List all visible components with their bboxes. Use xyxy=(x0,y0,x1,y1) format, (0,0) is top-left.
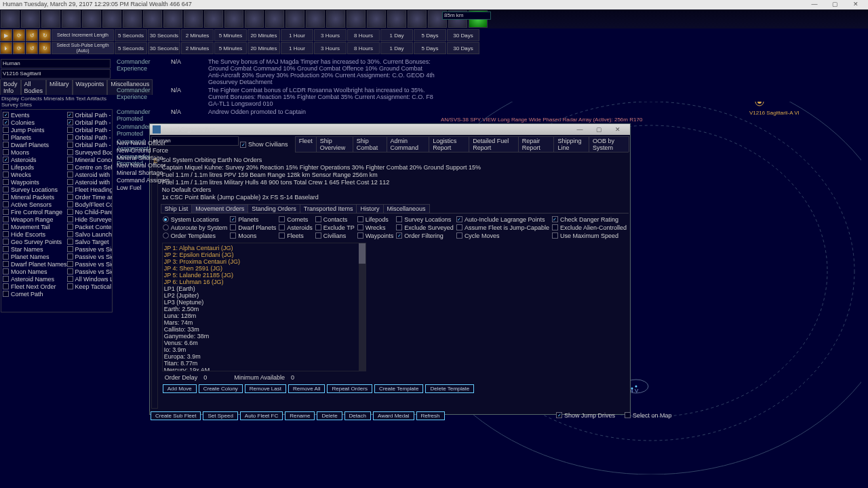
filter-check[interactable]: ✓Check Danger Rating xyxy=(552,216,627,223)
filter-check[interactable]: All Windows Linked to Race xyxy=(67,275,113,283)
win-close-icon[interactable]: ✕ xyxy=(608,126,627,133)
time-control-icon[interactable]: ↺ xyxy=(26,42,38,54)
fleet-tab[interactable]: Repair Report xyxy=(518,136,555,152)
filter-check[interactable]: Waypoints xyxy=(357,232,394,239)
toolbar-icon[interactable] xyxy=(82,10,101,28)
left-tab[interactable]: All Bodies xyxy=(21,79,47,95)
filter-check[interactable]: Orbital Path - Dwarf xyxy=(67,126,113,134)
location-radio[interactable]: System Locations xyxy=(163,216,228,223)
fleet-tab[interactable]: Logistics Report xyxy=(429,136,469,152)
maximize-icon[interactable]: ▢ xyxy=(825,1,844,7)
filter-check[interactable]: Asteroids xyxy=(279,224,313,231)
fleet-tab[interactable]: Shipping Line xyxy=(553,136,589,152)
toolbar-icon[interactable] xyxy=(62,10,81,28)
filter-check[interactable]: Fire Control Range xyxy=(3,208,67,216)
tree-node[interactable]: ▪ DIP UNSC Margaret Thatcher (JM) xyxy=(153,340,158,347)
filter-check[interactable]: Asteroid with Minerals Only xyxy=(67,178,113,186)
fleet-subtab[interactable]: Standing Orders xyxy=(248,204,300,213)
time-control-icon[interactable]: ⟳ xyxy=(13,29,25,41)
time-cell[interactable]: 20 Minutes xyxy=(248,42,280,54)
tree-node[interactable]: ⊟ NAV 1 Special Mission Force (RADL) - E… xyxy=(153,300,158,306)
toolbar-icon[interactable] xyxy=(285,10,304,28)
filter-check[interactable]: Orbital Path - Asteroids xyxy=(67,141,113,148)
time-control-icon[interactable]: ▶ xyxy=(0,29,12,41)
order-button[interactable]: Remove All xyxy=(288,384,325,393)
time-cell[interactable]: 5 Minutes xyxy=(214,29,247,41)
filter-check[interactable]: Geo Survey Points xyxy=(3,238,67,245)
filter-check[interactable]: Packet Content xyxy=(67,223,113,230)
toolbar-icon[interactable] xyxy=(224,10,243,28)
tree-node[interactable]: ▪ ONI Operation "Grey Veil" (JM) xyxy=(153,306,158,313)
filter-check[interactable]: Keep Tactical in Background xyxy=(67,283,113,290)
time-cell[interactable]: 3 Hours xyxy=(314,42,347,54)
filter-check[interactable]: Salvo Launch Platform xyxy=(67,230,113,238)
fleet-tab[interactable]: Admin Command xyxy=(387,136,430,152)
fleet-subtab[interactable]: Ship List xyxy=(161,204,193,213)
order-button[interactable]: Add Move xyxy=(163,384,197,393)
time-control-icon[interactable]: ↺ xyxy=(26,29,38,41)
time-control-icon[interactable]: ⏵ xyxy=(0,42,12,54)
toolbar-icon[interactable] xyxy=(265,10,284,28)
time-cell[interactable]: 5 Days xyxy=(414,42,446,54)
filter-check[interactable]: Asteroid Names xyxy=(3,275,67,283)
filter-check[interactable]: Hide Escorts xyxy=(3,230,67,238)
time-cell[interactable]: 30 Days xyxy=(447,29,479,41)
filter-check[interactable]: Passive vs Signature 10 xyxy=(67,245,113,253)
win-min-icon[interactable]: — xyxy=(570,126,589,133)
filter-check[interactable]: Passive vs Signature 10,000 xyxy=(67,268,113,275)
filter-check[interactable]: Exclude Alien-Controlled xyxy=(552,224,627,231)
race-combo[interactable]: Human xyxy=(1,59,111,68)
filter-check[interactable]: Exclude TP xyxy=(315,224,355,231)
fleet-tree[interactable]: ⊟ GEN UNSC Fleet Command HQ (FADM) - Ear… xyxy=(151,155,158,409)
win-max-icon[interactable]: ▢ xyxy=(589,126,608,133)
fleet-subtab[interactable]: Miscellaneous xyxy=(383,204,430,213)
fleet-foot-button[interactable]: Rename xyxy=(285,411,315,420)
tree-node[interactable]: ⊟ PTL 0 Patrol Forces - Inner Colonies (… xyxy=(153,198,158,205)
time-cell[interactable]: 8 Hours xyxy=(347,29,380,41)
time-cell[interactable]: 1 Day xyxy=(380,29,413,41)
filter-check[interactable]: Dwarf Planet Names xyxy=(3,260,67,268)
scrollbar[interactable] xyxy=(359,243,366,371)
order-button[interactable]: Remove Last xyxy=(245,384,286,393)
tree-node[interactable]: ⊟ IND 2 Naval Corps of Engineers (RADL) … xyxy=(153,394,158,401)
fleet-foot-button[interactable]: Set Speed xyxy=(203,411,237,420)
toolbar-icon[interactable] xyxy=(21,10,40,28)
time-cell[interactable]: 30 Seconds xyxy=(148,42,180,54)
tree-node[interactable]: ▪ Task Force Cans Major xyxy=(153,205,158,211)
filter-check[interactable]: Wrecks xyxy=(357,224,394,231)
fleet-subtab[interactable]: Movement Orders xyxy=(191,204,248,213)
filter-check[interactable]: Lifepods xyxy=(3,163,67,171)
fleet-foot-button[interactable]: Detach xyxy=(344,411,371,420)
tree-node[interactable]: ▪ Task Force Canberra xyxy=(153,279,158,286)
filter-check[interactable]: Dwarf Planets xyxy=(230,224,276,231)
fleet-tab[interactable]: Ship Overview xyxy=(316,136,353,152)
filter-check[interactable]: Body/Fleet Coordinates xyxy=(67,201,113,208)
toolbar-icon[interactable] xyxy=(245,10,264,28)
filter-check[interactable]: Mineral Packets xyxy=(3,193,67,201)
tree-node[interactable]: ▪ DIP UNSC Neville Chamberlain (JM) xyxy=(153,347,158,354)
fleet-tab[interactable]: Detailed Fuel Report xyxy=(469,136,518,152)
filter-check[interactable]: Waypoints xyxy=(3,178,67,186)
window-header[interactable]: Naval Organization — ▢ ✕ xyxy=(150,124,630,135)
filter-check[interactable]: Cycle Moves xyxy=(456,232,549,239)
fleet-foot-button[interactable]: Delete xyxy=(317,411,342,420)
time-cell[interactable]: 30 Days xyxy=(447,42,479,54)
filter-check[interactable]: Salvo Target xyxy=(67,238,113,245)
time-cell[interactable]: 5 Seconds xyxy=(115,42,147,54)
filter-check[interactable]: Active Sensors xyxy=(3,201,67,208)
fleet-foot-button[interactable]: Refresh xyxy=(416,411,445,420)
tree-node[interactable]: ⊟ IND 1 Naval Fuel Depots (CDR) - Earth xyxy=(153,401,158,408)
order-button[interactable]: Repeat Orders xyxy=(327,384,372,393)
tree-node[interactable]: ⊟ NAV 3 Diplomatic Corps (RADL) - Earth xyxy=(153,320,158,327)
filter-check[interactable]: ✓Planets xyxy=(230,216,276,223)
filter-check[interactable]: Mineral Concentrations xyxy=(67,156,113,163)
toolbar-icon[interactable] xyxy=(326,10,345,28)
filter-check[interactable]: Planets xyxy=(3,134,67,141)
filter-check[interactable]: Planet Names xyxy=(3,253,67,260)
filter-check[interactable]: No Child-Parent Overlaps xyxy=(67,208,113,216)
filter-check[interactable]: Dwarf Planets xyxy=(3,141,67,148)
select-on-map-check[interactable]: Select on Map xyxy=(625,411,672,419)
tree-node[interactable]: NAV 1 Direct Action Command - Reach (CDR… xyxy=(153,286,158,293)
tree-node[interactable]: ▪ Task Force Encounter xyxy=(153,211,158,218)
filter-check[interactable]: Assume Fleet is Jump-Capable xyxy=(456,224,549,231)
